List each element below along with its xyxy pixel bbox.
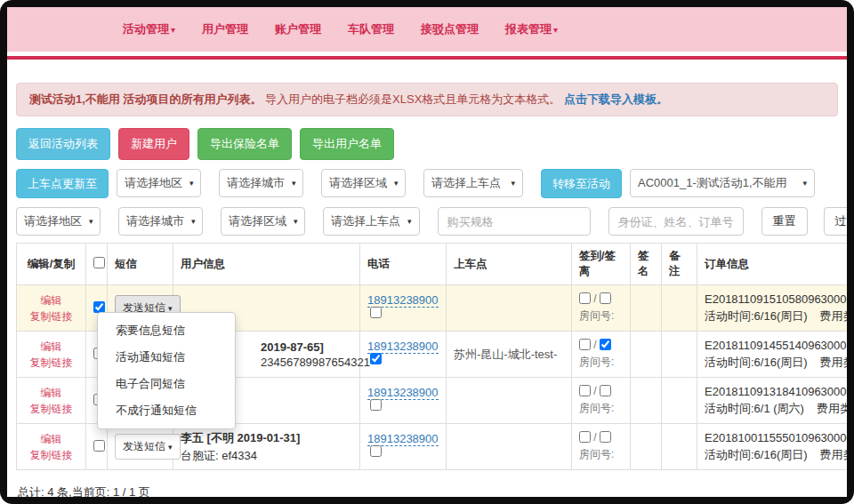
pickup-point-select[interactable]: 请选择上车点▾ [423, 169, 523, 197]
district-filter-select[interactable]: 请选择区域▾ [221, 207, 305, 236]
order-time: 活动时间:6/16(周日) [705, 448, 808, 461]
nav-item-account-mgmt[interactable]: 账户管理 [275, 21, 321, 37]
order-number: E20181109131841096300031 [705, 385, 847, 398]
transfer-to-activity-button[interactable]: 转移至活动 [541, 169, 622, 198]
filter-button[interactable]: 过滤 [824, 207, 847, 236]
pickup-point-text: 苏州-昆山-城北-test- [454, 348, 557, 361]
region-select[interactable]: 请选择地区▾ [117, 169, 201, 197]
pickup-update-row: 上车点更新至 请选择地区▾ 请选择城市▾ 请选择区域▾ 请选择上车点▾ 转移至活… [16, 169, 838, 198]
sign-in-checkbox[interactable] [579, 431, 591, 443]
caret-down-icon: ▾ [191, 217, 196, 226]
city-select[interactable]: 请选择城市▾ [219, 169, 303, 197]
sign-in-checkbox[interactable] [579, 339, 591, 350]
edit-link[interactable]: 编辑 [24, 385, 78, 401]
sign-out-checkbox[interactable] [600, 431, 611, 443]
phone-checkbox[interactable] [370, 399, 382, 411]
table-row: 编辑 复制链接 发送短信▾ 李五 [不明 2019-01-31] 台胞证: ef… [17, 424, 848, 470]
header-remark: 备注 [662, 244, 697, 285]
nav-item-user-mgmt[interactable]: 用户管理 [202, 21, 248, 37]
download-template-link[interactable]: 点击下载导入模板。 [564, 92, 668, 106]
caret-down-icon: ▾ [407, 217, 412, 226]
copy-link[interactable]: 复制链接 [24, 308, 78, 324]
sign-out-checkbox[interactable] [600, 339, 611, 350]
send-sms-button[interactable]: 发送短信▾ [115, 434, 181, 460]
signature-cell [631, 332, 662, 378]
caret-down-icon: ▾ [511, 179, 515, 188]
sign-out-checkbox[interactable] [600, 292, 611, 304]
pickup-point-filter-select[interactable]: 请选择上车点▾ [323, 207, 420, 236]
search-input[interactable] [608, 207, 744, 236]
copy-link[interactable]: 复制链接 [24, 401, 78, 417]
select-value: 请选择城市 [227, 175, 285, 191]
menu-item-request-info-sms[interactable]: 索要信息短信 [98, 317, 235, 344]
header-sms: 短信 [108, 244, 173, 285]
select-value: AC0001_1-测试活动1,不能用 [638, 175, 787, 191]
nav-item-label: 报表管理 [505, 22, 552, 36]
phone-checkbox[interactable] [370, 353, 382, 364]
sign-in-checkbox[interactable] [579, 292, 591, 304]
sign-out-checkbox[interactable] [600, 385, 611, 396]
pagination-summary: 总计: 4 条,当前页: 1 / 1 页 [16, 470, 838, 497]
header-pickup-point: 上车点 [447, 244, 572, 285]
alert-banner: 测试活动1,不能用 活动项目的所有用户列表。 导入用户的电子档必须是XLSX格式… [16, 83, 838, 116]
district-select[interactable]: 请选择区域▾ [321, 169, 406, 197]
room-number-label: 房间号: [579, 355, 623, 370]
user-name-line: 2019-87-65] [261, 340, 352, 354]
phone-checkbox[interactable] [370, 307, 382, 318]
row-checkbox[interactable] [93, 440, 105, 452]
sign-separator: / [593, 431, 596, 444]
nav-item-activity-mgmt[interactable]: 活动管理▾ [123, 21, 175, 37]
nav-divider [7, 56, 847, 60]
alert-activity-name: 测试活动1,不能用 活动项目的所有用户列表。 [29, 92, 262, 106]
signature-cell [631, 424, 662, 470]
remark-cell [662, 424, 697, 470]
select-all-checkbox[interactable] [93, 257, 105, 268]
nav-item-label: 活动管理 [123, 22, 169, 36]
menu-item-activity-notice-sms[interactable]: 活动通知短信 [98, 344, 235, 371]
city-filter-select[interactable]: 请选择城市▾ [118, 207, 203, 236]
phone-link[interactable]: 18913238900 [367, 293, 439, 308]
update-pickup-button[interactable]: 上车点更新至 [16, 169, 109, 198]
caret-down-icon: ▾ [168, 443, 173, 452]
select-value: 请选择地区 [24, 213, 82, 229]
header-edit-copy: 编辑/复制 [17, 244, 86, 285]
edit-link[interactable]: 编辑 [24, 292, 78, 308]
nav-item-report-mgmt[interactable]: 报表管理▾ [505, 21, 558, 37]
user-name-line: 李五 [不明 2019-01-31] [181, 430, 352, 446]
menu-item-cancellation-notice-sms[interactable]: 不成行通知短信 [98, 397, 235, 424]
reset-button[interactable]: 重置 [761, 207, 808, 236]
phone-checkbox[interactable] [370, 445, 382, 457]
phone-link[interactable]: 18913238900 [367, 432, 439, 446]
sign-in-checkbox[interactable] [579, 385, 591, 396]
sms-dropdown-menu: 索要信息短信 活动通知短信 电子合同短信 不成行通知短信 [97, 312, 236, 429]
phone-link[interactable]: 18913238900 [367, 340, 439, 354]
phone-link[interactable]: 18913238900 [367, 386, 439, 400]
alert-text: 导入用户的电子档必须是XLSX格式且单元格为文本格式。 [265, 92, 560, 106]
order-number: E20181109151058096300025 [705, 292, 847, 306]
nav-item-shuttle-point-mgmt[interactable]: 接驳点管理 [421, 21, 479, 37]
copy-link[interactable]: 复制链接 [24, 447, 78, 463]
order-fee-type: 费用类型 [817, 402, 847, 415]
nav-item-fleet-mgmt[interactable]: 车队管理 [348, 21, 394, 37]
user-id-line: 23456789987654321 [261, 356, 352, 369]
new-user-button[interactable]: 新建用户 [118, 128, 189, 160]
caret-down-icon: ▾ [171, 25, 175, 35]
export-insurance-list-button[interactable]: 导出保险名单 [197, 128, 292, 160]
header-phone: 电话 [360, 244, 447, 285]
region-filter-select[interactable]: 请选择地区▾ [16, 207, 101, 236]
back-to-activity-list-button[interactable]: 返回活动列表 [16, 128, 110, 160]
order-number: E20181109145514096300019 [705, 339, 847, 352]
order-fee-type: 费用类型 [820, 356, 847, 369]
menu-item-e-contract-sms[interactable]: 电子合同短信 [98, 371, 235, 397]
edit-link[interactable]: 编辑 [24, 431, 78, 447]
header-user-info: 用户信息 [173, 244, 360, 285]
select-value: 请选择区域 [329, 175, 387, 191]
table-header-row: 编辑/复制 短信 用户信息 电话 上车点 签到/签离 签名 备注 订单信息 [17, 244, 848, 285]
purchase-spec-input[interactable] [438, 207, 591, 236]
header-sign-in-out: 签到/签离 [572, 244, 631, 285]
copy-link[interactable]: 复制链接 [24, 355, 78, 371]
row-checkbox[interactable] [93, 301, 105, 313]
activity-select[interactable]: AC0001_1-测试活动1,不能用▾ [630, 169, 815, 197]
edit-link[interactable]: 编辑 [24, 339, 78, 355]
export-user-list-button[interactable]: 导出用户名单 [300, 128, 394, 160]
